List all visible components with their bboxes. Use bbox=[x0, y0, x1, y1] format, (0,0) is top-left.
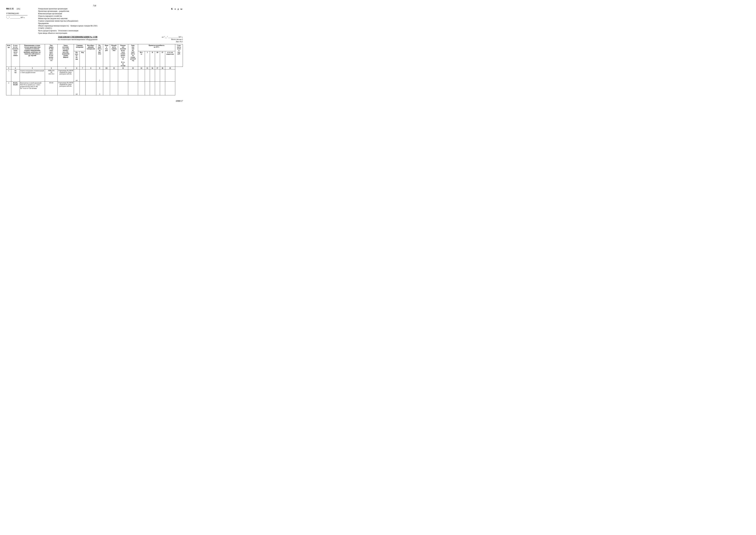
th-cost: Стои-мостьвсеговтыс.руб. bbox=[175, 44, 183, 67]
col-n-4: 4 bbox=[45, 67, 58, 70]
cell-name-2: Вентилятор осевой крышный №I2-В на одной… bbox=[20, 82, 45, 95]
approved-label: УТВЕРЖДАЮ bbox=[6, 12, 37, 14]
right-header: К о д ы bbox=[155, 8, 183, 34]
table-col-nums: I 2 3 4 5 6 7 8 9 IO II I2 I3 I4 I5 I6 I… bbox=[6, 67, 183, 70]
codes-label: К о д ы bbox=[171, 8, 183, 10]
cell-expect-2 bbox=[118, 82, 128, 95]
intro-date-label: Срок ввода объекта в эксплуатацию bbox=[38, 32, 155, 34]
cell-need2-2 bbox=[110, 82, 118, 95]
col-n-17: I7 bbox=[155, 67, 160, 70]
cell-pos-2: В1,В2, В3,В4 bbox=[11, 82, 20, 95]
col-n-6: 6 bbox=[74, 67, 80, 70]
object-label: Объект (производственная мощность) bbox=[38, 25, 69, 27]
gumts-label: ГУМТС (УМТС) bbox=[38, 27, 155, 29]
col-n-13: I3 bbox=[128, 67, 138, 70]
th-need2: Потреб-ностьединицлекс bbox=[110, 44, 118, 67]
cell-kodunit-1 bbox=[80, 70, 85, 82]
spec-subtitle: на отопительно-вентиляционное оборудован… bbox=[6, 38, 149, 41]
col-n-5: 5 bbox=[58, 67, 74, 70]
col-n-18: I8 bbox=[160, 67, 165, 70]
cell-q3-1 bbox=[155, 70, 160, 82]
center-line-4: Отрасль народного хозяйства bbox=[38, 15, 155, 17]
th-price: Ценавтыс.руб. bbox=[103, 44, 110, 67]
col-n-15: I5 bbox=[145, 67, 150, 70]
th-name: Наименование и техни-ческая характеристи… bbox=[20, 44, 45, 67]
col-n-8: 8 bbox=[85, 67, 96, 70]
part-value: Отопление и вентиляция bbox=[58, 30, 78, 32]
object-value: Компрессорная станция 6К-250А bbox=[70, 25, 97, 27]
from-label: от "__" __________ I97 г. bbox=[162, 36, 183, 38]
col-n-14: I4 bbox=[138, 67, 145, 70]
center-line-6: Главное управление министерства (объедин… bbox=[38, 20, 155, 22]
col-n-10: IO bbox=[103, 67, 110, 70]
cell-pos-1: А1 А2 bbox=[11, 70, 20, 82]
th-type: Тип,марка,№ чер-тежа,мате-риал,№ оп-росн… bbox=[45, 44, 58, 67]
cell-q3-2 bbox=[155, 82, 160, 95]
doc-id: 904-I-35 bbox=[6, 8, 14, 10]
cell-q4-2 bbox=[160, 82, 165, 95]
cell-type-1: АИВСI10- -80 А02-3I-4 bbox=[45, 70, 58, 82]
cell-all-1 bbox=[138, 70, 145, 82]
cell-type-2: ПЗ-04 bbox=[45, 82, 58, 95]
cell-num-2: 2 bbox=[6, 82, 11, 95]
cell-cost-1 bbox=[165, 70, 175, 82]
th-pos: № поз.по тех-нологич.схеме,местоуста-нов… bbox=[11, 44, 20, 67]
col-n-9: 9 bbox=[96, 67, 103, 70]
cell-expect-1 bbox=[118, 70, 128, 82]
th-need: По-треб-ностьпопро-екту bbox=[96, 44, 103, 67]
th-q3: III bbox=[155, 51, 160, 67]
col-n-16: I6 bbox=[150, 67, 155, 70]
th-in-quarters: в т.ч. по кварталам bbox=[165, 51, 175, 67]
cell-need2-1 bbox=[110, 70, 118, 82]
cell-claim-1 bbox=[128, 70, 138, 82]
cell-manuf-2: Учреждение ЯЗ-308/80 г.Кривой Рог Днеп-р… bbox=[58, 82, 74, 95]
center-line-7: Предприятие bbox=[38, 22, 155, 25]
cell-unit-2: шт bbox=[74, 82, 80, 95]
col-n-3: 3 bbox=[20, 67, 45, 70]
part-label: Часть (раздел) проекта bbox=[38, 30, 57, 32]
cell-need-1: 2 bbox=[96, 70, 103, 82]
date-label: "__" __________ I97 г. bbox=[6, 16, 37, 19]
table-row: 1 А1 А2 Агрегат воздушно-отопительный с … bbox=[6, 70, 183, 82]
center-line-1: Генеральная проектная организация bbox=[38, 8, 155, 10]
center-line-3: Комплектующая организация bbox=[38, 13, 155, 15]
cell-unit-1: шт bbox=[74, 70, 80, 82]
th-all: Все-го bbox=[138, 51, 145, 67]
table-row: 2 В1,В2, В3,В4 Вентилятор осевой крышный… bbox=[6, 82, 183, 95]
bottom-signature: 6988/17 bbox=[176, 100, 183, 102]
cell-price-1 bbox=[103, 70, 110, 82]
th-claim: Заяв-лен-наяпо-треб-ностьнаплани-руемыйг… bbox=[128, 44, 138, 67]
th-q2: II bbox=[150, 51, 155, 67]
cell-q1-1 bbox=[145, 70, 150, 82]
th-num: №№пп bbox=[6, 44, 11, 67]
center-line-5: Министерство (ведомство)-заказчик bbox=[38, 17, 155, 20]
col-n-19: I9 bbox=[165, 67, 175, 70]
cell-kodob-2 bbox=[85, 82, 96, 95]
th-unit-group: Единицаизмерения bbox=[74, 44, 86, 51]
spec-title: ЗАКАЗНАЯ СПЕЦИФИКАЦИЯ № I-ОВ bbox=[6, 36, 149, 38]
col-n-7: 7 bbox=[80, 67, 85, 70]
doc-type: (IX) bbox=[17, 8, 20, 10]
cell-kodunit-2 bbox=[80, 82, 85, 95]
cell-all-2 bbox=[138, 82, 145, 95]
cell-price-2 bbox=[103, 82, 110, 95]
col-n-1: I bbox=[6, 67, 11, 70]
cell-kodob-1 bbox=[85, 70, 96, 82]
th-q4: IУ bbox=[160, 51, 165, 67]
page-number-top: 718 bbox=[6, 5, 183, 7]
cell-num-1: 1 bbox=[6, 70, 11, 82]
th-manuf: Завод-изготови-тель (дляимпорт-ного обо-… bbox=[58, 44, 74, 67]
th-kod-ob: Код обору-дования,материалов bbox=[85, 44, 96, 67]
th-unit-na: На-име-но-ва-ние bbox=[74, 51, 80, 67]
main-table: №№пп № поз.по тех-нологич.схеме,местоуст… bbox=[6, 44, 183, 95]
cell-name-1: Агрегат воздушно-отопительный с элект-ро… bbox=[20, 70, 45, 82]
left-header: 904-I-35 (IX) УТВЕРЖДАЮ "__" __________ … bbox=[6, 8, 37, 34]
th-accepted-group: Принятая потребностьна 197 г. bbox=[138, 44, 175, 51]
th-unit-kod: Код bbox=[80, 51, 85, 67]
cell-claim-2 bbox=[128, 82, 138, 95]
cell-q2-1 bbox=[150, 70, 155, 82]
cell-need-2: 4 bbox=[96, 82, 103, 95]
cell-manuf-1: Учреждение ЯЗ-308/80 г.Кривой Рог Днеп-р… bbox=[58, 70, 74, 82]
th-q1: I bbox=[145, 51, 150, 67]
th-expect: Ожидае-моеналичиена на-чалоплани-руемо-г… bbox=[118, 44, 128, 67]
